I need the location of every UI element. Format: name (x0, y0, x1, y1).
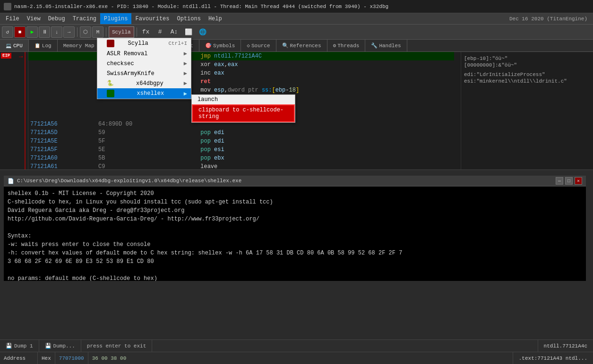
toolbar-a[interactable]: A↕ (168, 26, 181, 38)
toolbar-hash[interactable]: # (154, 26, 167, 38)
table-row[interactable]: 77121A60 5B pop ebx (28, 154, 461, 162)
table-row[interactable]: ret (28, 77, 461, 86)
bytes-cell (96, 60, 198, 69)
table-row[interactable]: [ebp-4],FFFFFFFE (28, 94, 461, 103)
table-row[interactable]: ],ecx (28, 111, 461, 120)
tab-seh[interactable]: ✦ SEH (144, 40, 169, 51)
status-addr-text: ntdll.77121A4c (544, 343, 587, 349)
menu-debug[interactable]: Debug (44, 13, 69, 24)
table-row[interactable]: 77121A56 64:890D 00 (28, 120, 461, 128)
status-text2: .text:77121A43 ntdl... (513, 352, 593, 364)
menu-favourites[interactable]: Favourites (131, 13, 173, 24)
tab-log[interactable]: 📋 Log (29, 40, 58, 51)
menu-tracing[interactable]: Tracing (69, 13, 100, 24)
dump-tab-2-icon: 💾 (45, 343, 52, 349)
status-bar-top: 💾 Dump 1 💾 Dump... press enter to exit n… (0, 340, 593, 352)
eip-panel: EIP → (0, 52, 28, 169)
tab-memory-map[interactable]: Memory Map (58, 40, 101, 51)
symbols-icon: 🎯 (205, 42, 212, 49)
dump-tab-1-label: Dump 1 (14, 343, 33, 349)
bytes-cell: 5B (96, 154, 198, 162)
reg-entry: edi:"LdrInitializeProcess" (464, 72, 590, 77)
table-row[interactable]: ss:[ebp-10] (28, 103, 461, 111)
press-enter-text: press enter to exit (87, 343, 146, 349)
reg-entry: [ebp-10]:"öü~" (464, 56, 590, 61)
eip-arrow: → (19, 53, 23, 60)
table-row[interactable]: inc eax (28, 69, 461, 77)
addr-cell (28, 94, 96, 103)
tab-references-label: References (290, 43, 321, 49)
toolbar-breakpoint[interactable]: ⬡ (80, 26, 91, 38)
terminal-title: C:\Users\Dreg\Downloads\x64dbg-exploitin… (17, 178, 241, 184)
bytes-cell: C9 (96, 162, 198, 169)
menu-date: Dec 16 2020 (TitanEngine) (509, 16, 591, 22)
terminal-line-4: http://github.com/David-Reguera-Garcia-D… (8, 215, 582, 223)
addr-cell (28, 52, 96, 60)
tab-threads[interactable]: ⚙ Threads (327, 40, 366, 51)
table-row[interactable]: 77121A61 C9 leave (28, 162, 461, 169)
toolbar-pause[interactable]: ⏸ (39, 26, 50, 38)
eip-badge: EIP (1, 53, 11, 59)
toolbar-mem-map[interactable]: M (92, 26, 103, 38)
terminal-minimize[interactable]: — (556, 177, 563, 185)
toolbar-run[interactable]: ▶ (26, 26, 38, 38)
tab-source-label: Source (251, 43, 270, 49)
tab-symbols[interactable]: 🎯 Symbols (199, 40, 241, 51)
table-row[interactable]: 77121A5D 59 pop edi (28, 128, 461, 137)
toolbar-fx[interactable]: fx (139, 26, 153, 38)
terminal-line-w: -w: waits press enter to close the conso… (8, 240, 582, 249)
menu-view[interactable]: View (23, 13, 44, 24)
terminal-content: shellex 0.1b - MIT License - Copyright 2… (4, 186, 586, 281)
hex-values: 36 00 38 00 (88, 352, 130, 364)
instr-cell: ],ecx (198, 111, 454, 120)
terminal-maximize[interactable]: □ (565, 177, 573, 185)
disasm-panel[interactable]: jmp ntdll.77121A4C xor eax,eax inc eax (28, 52, 461, 169)
cpu-icon: 💻 (6, 43, 11, 49)
tab-handles-label: Handles (379, 43, 401, 49)
addr-cell: 77121A56 (28, 120, 96, 128)
dump-tab-2[interactable]: 💾 Dump... (39, 340, 81, 352)
tab-script[interactable]: Script (169, 40, 200, 51)
table-row[interactable]: jmp ntdll.77121A4C (28, 52, 461, 60)
terminal-line-1: shellex 0.1b - MIT License - Copyright 2… (8, 189, 582, 198)
toolbar-cpu[interactable]: ⬜ (182, 26, 195, 38)
table-row[interactable]: 77121A5E 5F pop edi (28, 137, 461, 145)
bytes-cell: 59 (96, 128, 198, 137)
terminal-close[interactable]: ✕ (575, 177, 582, 185)
table-row[interactable]: mov esp,dword ptr ss:[ebp-18] (28, 86, 461, 94)
eip-line (25, 52, 26, 170)
status-bar-bottom: Address Hex 77071000 36 00 38 00 .text:7… (0, 352, 593, 364)
terminal-line-cont: 3 68 68 2F 62 69 6E 89 E3 52 53 89 E1 CD… (8, 257, 582, 266)
tab-handles[interactable]: 🔧 Handles (365, 40, 407, 51)
menu-plugins[interactable]: Plugins (100, 13, 131, 24)
scylla-button[interactable]: Scylla (109, 26, 134, 38)
menu-help[interactable]: Help (205, 13, 226, 24)
table-row[interactable]: xor eax,eax (28, 60, 461, 69)
tab-script-label: Script (175, 43, 194, 49)
toolbar-globe[interactable]: 🌐 (196, 26, 209, 38)
tab-references[interactable]: 🔍 References (276, 40, 327, 51)
tab-cpu[interactable]: 💻 CPU (0, 40, 29, 51)
status-text-area: press enter to exit (81, 340, 152, 352)
toolbar-step-into[interactable]: ↓ (51, 26, 62, 38)
source-icon: ◇ (247, 42, 250, 49)
toolbar-restart[interactable]: ↺ (2, 26, 13, 38)
tab-source[interactable]: ◇ Source (241, 40, 276, 51)
terminal-title-area: 📄 C:\Users\Dreg\Downloads\x64dbg-exploit… (8, 178, 241, 184)
tab-call-stack[interactable]: Call Stack (101, 40, 144, 51)
dump-tab-1[interactable]: 💾 Dump 1 (0, 340, 39, 352)
menu-options[interactable]: Options (173, 13, 205, 24)
instr-cell: pop edi (198, 137, 454, 145)
bytes-cell (96, 94, 198, 103)
main-area: EIP → jmp ntdll.77121A4C (0, 52, 593, 170)
toolbar-step-over[interactable]: → (63, 26, 75, 38)
toolbar-stop[interactable]: ■ (14, 26, 26, 38)
seh-icon: ✦ (149, 43, 152, 49)
menu-file[interactable]: File (2, 13, 23, 24)
handles-icon: 🔧 (371, 42, 378, 49)
bytes-cell: 5E (96, 145, 198, 154)
terminal-spacer-1 (8, 223, 582, 232)
bytes-cell (96, 111, 198, 120)
table-row[interactable]: 77121A5F 5E pop esi (28, 145, 461, 154)
instr-cell (198, 120, 454, 128)
